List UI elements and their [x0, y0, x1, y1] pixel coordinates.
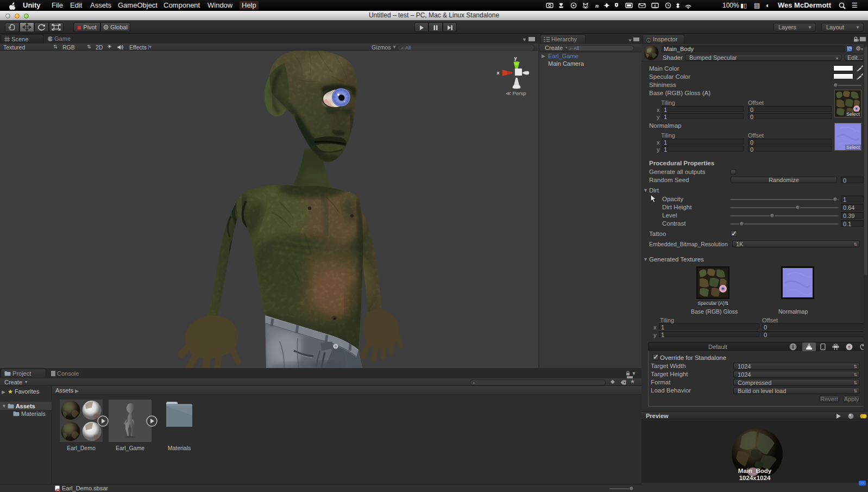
svg-text:n: n	[595, 2, 599, 9]
svg-text:y: y	[514, 55, 517, 61]
svg-text:fl: fl	[848, 345, 851, 349]
svg-text:≪ Persp: ≪ Persp	[506, 90, 526, 96]
svg-text:x: x	[496, 70, 499, 76]
